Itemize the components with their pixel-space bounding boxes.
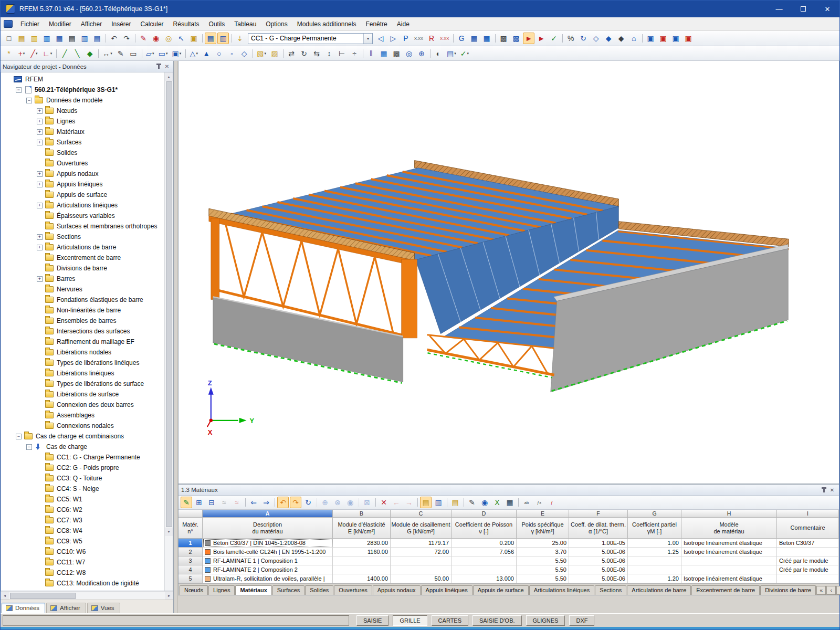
column-letter[interactable]: E bbox=[517, 510, 569, 518]
grid-settings-icon[interactable]: ▩ bbox=[391, 48, 402, 59]
menu-item[interactable]: Aide bbox=[392, 18, 414, 30]
tree-expander[interactable]: − bbox=[26, 98, 32, 103]
panel-project-icon[interactable]: ▣ bbox=[645, 33, 656, 44]
new-line-hinge-icon[interactable]: ◦ bbox=[226, 48, 237, 59]
tree-item[interactable]: + Barres bbox=[1, 274, 164, 284]
minimize-button[interactable]: — bbox=[767, 1, 791, 17]
table-row[interactable]: 2 Bois lamellé-collé GL24h | EN 1995-1-1… bbox=[178, 548, 839, 556]
tree-item[interactable]: + Nœuds bbox=[1, 106, 164, 116]
tree-item[interactable]: Types de libérations linéiques bbox=[1, 358, 164, 368]
select-special-icon[interactable]: ▨ bbox=[269, 48, 280, 59]
table-tab[interactable]: Nœuds bbox=[180, 585, 208, 595]
material-description-cell[interactable]: RF-LAMINATE 1 | Composition 1 bbox=[203, 556, 333, 565]
tree-vertical-scrollbar[interactable]: ▴ ▾ bbox=[164, 72, 173, 591]
table-tab[interactable]: Solides bbox=[305, 585, 333, 595]
view-y-icon[interactable]: ◆ bbox=[603, 33, 614, 44]
shear-modulus-cell[interactable]: 50.00 bbox=[391, 574, 452, 583]
perspective-icon[interactable]: ⌂ bbox=[628, 33, 639, 44]
menu-item[interactable]: Fichier bbox=[16, 18, 44, 30]
guideline-icon[interactable]: ‖ bbox=[365, 48, 377, 59]
save-icon[interactable]: ▦ bbox=[54, 33, 65, 44]
comment-cell[interactable]: Créé par le module bbox=[777, 565, 839, 574]
material-description-cell[interactable]: Béton C30/37 | DIN 1045-1:2008-08 bbox=[203, 539, 333, 548]
tree-item[interactable]: Connexion des deux barres bbox=[1, 400, 164, 410]
table-tab[interactable]: Matériaux bbox=[235, 585, 271, 595]
formula-icon[interactable]: ƒx bbox=[533, 497, 545, 508]
tree-item[interactable]: + Appuis linéiques bbox=[1, 179, 164, 190]
material-model-cell[interactable]: Isotrope linéairement élastique bbox=[681, 574, 777, 583]
show-load-values-icon[interactable]: X.XX bbox=[413, 33, 425, 44]
table-redo-icon[interactable]: ↷ bbox=[290, 497, 301, 508]
elasticity-cell[interactable] bbox=[333, 565, 391, 574]
show-results-icon[interactable]: R bbox=[426, 33, 437, 44]
display-table-left-icon[interactable]: ▤ bbox=[205, 33, 216, 44]
specific-weight-cell[interactable]: 5.50 bbox=[517, 556, 569, 565]
model-viewport[interactable]: Z Y X bbox=[178, 61, 839, 484]
column-letter[interactable]: I bbox=[777, 510, 839, 518]
model-3d-view[interactable]: Z Y X bbox=[178, 61, 839, 484]
redo-icon[interactable]: ↷ bbox=[121, 33, 132, 44]
new-dimension-icon[interactable]: ↔ bbox=[101, 48, 114, 59]
tree-item[interactable]: Appuis de surface bbox=[1, 190, 164, 200]
result-curves-icon[interactable]: ≈ bbox=[231, 497, 243, 508]
table-row[interactable]: 4 RF-LAMINATE 2 | Composition 2 5.50 5.0… bbox=[178, 565, 839, 574]
specific-weight-cell[interactable]: 5.50 bbox=[517, 574, 569, 583]
tree-item[interactable]: Excentrement de barre bbox=[1, 253, 164, 263]
menu-item[interactable]: Calculer bbox=[136, 18, 169, 30]
view-z-icon[interactable]: ◆ bbox=[615, 33, 627, 44]
table-tab[interactable]: Sections bbox=[595, 585, 626, 595]
jump-last-icon[interactable]: ⇒ bbox=[260, 497, 272, 508]
material-model-cell[interactable]: Isotrope linéairement élastique bbox=[681, 548, 777, 556]
tree-expander[interactable]: + bbox=[37, 234, 43, 240]
fill-down-icon[interactable]: ⊕ bbox=[319, 497, 331, 508]
column-header[interactable]: Description du matériau bbox=[203, 518, 333, 539]
tree-item[interactable]: + Sections bbox=[1, 232, 164, 242]
tree-item[interactable]: + Articulations de barre bbox=[1, 242, 164, 253]
menu-item[interactable]: Outils bbox=[204, 18, 230, 30]
close-button[interactable]: ✕ bbox=[815, 1, 839, 17]
scroll-left-icon[interactable]: ◂ bbox=[1, 592, 9, 600]
tree-item[interactable]: Fondations élastiques de barre bbox=[1, 295, 164, 305]
material-description-cell[interactable]: Ultralam-R, sollicitation de voiles, par… bbox=[203, 574, 333, 583]
elasticity-cell[interactable] bbox=[333, 556, 391, 565]
rename-icon[interactable]: ab bbox=[521, 497, 532, 508]
status-toggle-button[interactable]: SAISIE bbox=[356, 615, 388, 626]
tree-item[interactable]: Libérations nodales bbox=[1, 347, 164, 358]
work-plane-icon[interactable]: ▦ bbox=[378, 48, 390, 59]
poisson-cell[interactable] bbox=[452, 556, 517, 565]
tree-expander[interactable]: − bbox=[26, 444, 32, 450]
column-letter[interactable]: H bbox=[681, 510, 777, 518]
new-polyline-icon[interactable]: ∟ bbox=[41, 48, 54, 59]
calculate-all-icon[interactable]: ► bbox=[536, 33, 547, 44]
tree-expander[interactable]: + bbox=[37, 171, 43, 177]
tree-expander[interactable]: − bbox=[16, 87, 22, 93]
column-header[interactable]: Coeff. de dilat. therm. α [1/°C] bbox=[569, 518, 628, 539]
tree-item[interactable]: + Articulations linéiques bbox=[1, 200, 164, 211]
thermal-coeff-cell[interactable]: 5.00E-06 bbox=[569, 548, 628, 556]
navigator-tab[interactable]: Vues bbox=[87, 603, 120, 613]
tree-expander[interactable]: + bbox=[37, 182, 43, 187]
scroll-down-icon[interactable]: ▾ bbox=[165, 528, 173, 536]
column-header[interactable]: Module d'élasticité E [kN/cm²] bbox=[333, 518, 391, 539]
status-toggle-button[interactable]: DXF bbox=[569, 615, 594, 626]
tree-item[interactable]: CC3: Q - Toiture bbox=[1, 473, 164, 484]
menu-item[interactable]: Afficher bbox=[76, 18, 107, 30]
tab-nav-arrow-icon[interactable]: « bbox=[816, 586, 826, 595]
new-member-hinge-icon[interactable]: ○ bbox=[213, 48, 225, 59]
tree-item[interactable]: − Données de modèle bbox=[1, 95, 164, 106]
tree-item[interactable]: CC5: W1 bbox=[1, 494, 164, 505]
snap-settings-icon[interactable]: * bbox=[3, 48, 15, 59]
table-undo-icon[interactable]: ↶ bbox=[277, 497, 289, 508]
shear-modulus-cell[interactable]: 72.00 bbox=[391, 548, 452, 556]
tree-expander[interactable]: + bbox=[37, 203, 43, 208]
close-icon[interactable]: ✕ bbox=[163, 62, 171, 70]
open-model-icon[interactable]: ▥ bbox=[41, 33, 52, 44]
fill-series-icon[interactable]: ◉ bbox=[344, 497, 356, 508]
tree-item[interactable]: CC7: W3 bbox=[1, 515, 164, 526]
print-icon[interactable]: ▥ bbox=[79, 33, 90, 44]
rotate-view-icon[interactable]: ↻ bbox=[578, 33, 589, 44]
remove-formula-icon[interactable]: ƒ bbox=[546, 497, 558, 508]
comment-cell[interactable]: Beton C30/37 bbox=[777, 539, 839, 548]
move-copy-icon[interactable]: ⇄ bbox=[286, 48, 297, 59]
new-line-icon[interactable]: ╱ bbox=[28, 48, 40, 59]
